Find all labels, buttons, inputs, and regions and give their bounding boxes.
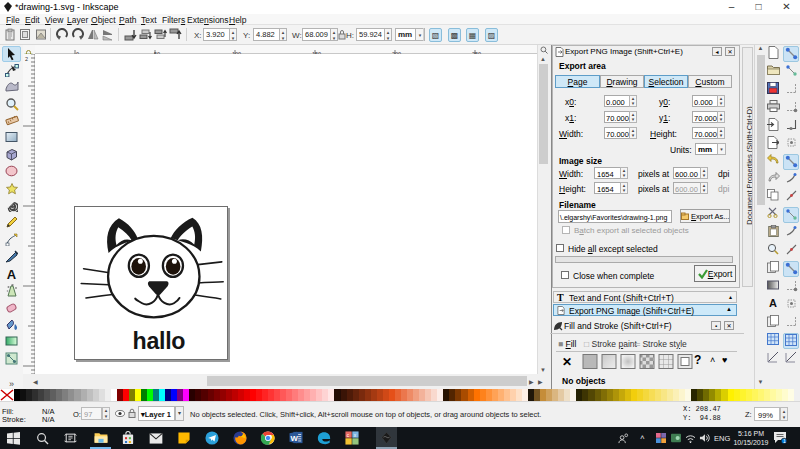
svg-text:2: 2 — [25, 56, 28, 62]
svg-text:W: W — [291, 434, 299, 443]
svg-text:hallo: hallo — [133, 328, 186, 354]
svg-text:1: 1 — [783, 438, 786, 444]
